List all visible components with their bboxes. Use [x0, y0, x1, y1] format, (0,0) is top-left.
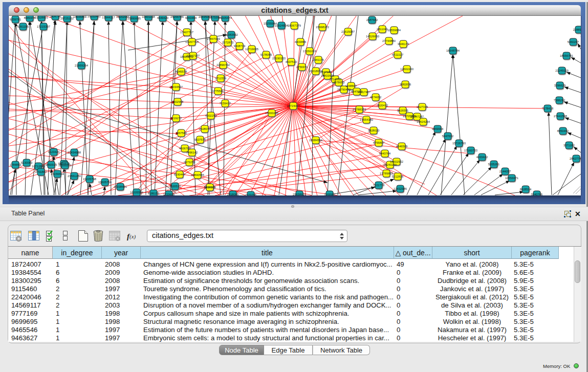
svg-text:20338491: 20338491	[114, 185, 127, 188]
svg-text:7496142: 7496142	[186, 151, 198, 154]
svg-text:6261195: 6261195	[17, 25, 29, 28]
svg-text:3302968: 3302968	[172, 100, 184, 103]
svg-text:5460207: 5460207	[568, 40, 579, 43]
svg-text:7159417: 7159417	[220, 102, 231, 105]
svg-text:23561280: 23561280	[68, 174, 81, 178]
svg-text:5540766: 5540766	[531, 193, 543, 195]
svg-text:12432985: 12432985	[394, 187, 407, 190]
svg-text:2372873: 2372873	[222, 41, 234, 44]
svg-text:15726793: 15726793	[452, 142, 466, 145]
svg-text:7388292: 7388292	[554, 99, 565, 102]
svg-text:3396629: 3396629	[554, 84, 566, 87]
svg-text:2288965: 2288965	[573, 28, 581, 31]
svg-text:11083592: 11083592	[225, 33, 237, 36]
svg-text:3646173: 3646173	[398, 42, 409, 46]
svg-text:25266786: 25266786	[170, 16, 184, 18]
svg-text:5047632: 5047632	[442, 135, 454, 138]
svg-text:29350492: 29350492	[88, 16, 101, 18]
svg-text:17500201: 17500201	[58, 164, 72, 167]
svg-text:19384554: 19384554	[309, 139, 323, 142]
svg-text:4637510: 4637510	[286, 60, 297, 63]
svg-text:21615087: 21615087	[341, 30, 355, 33]
svg-text:3571182: 3571182	[563, 144, 575, 147]
svg-text:19833505: 19833505	[321, 74, 334, 77]
svg-text:4978653: 4978653	[333, 81, 345, 84]
svg-text:4274652: 4274652	[370, 96, 382, 99]
svg-text:1723608: 1723608	[163, 193, 175, 195]
svg-text:2818085: 2818085	[227, 193, 239, 195]
svg-text:13944117: 13944117	[102, 16, 115, 19]
svg-text:1067560: 1067560	[176, 132, 187, 135]
svg-text:4302290: 4302290	[205, 114, 217, 117]
svg-text:29658616: 29658616	[293, 193, 306, 195]
svg-text:10556671: 10556671	[505, 177, 518, 180]
svg-text:2144057: 2144057	[499, 170, 511, 173]
svg-text:3828020: 3828020	[368, 129, 380, 132]
svg-text:2756971: 2756971	[296, 65, 308, 69]
svg-text:16648784: 16648784	[446, 49, 460, 52]
svg-text:10559684: 10559684	[387, 29, 401, 32]
svg-text:2028070: 2028070	[199, 127, 211, 130]
svg-text:28240200: 28240200	[383, 163, 397, 166]
svg-text:13267718: 13267718	[185, 40, 199, 43]
svg-text:22896702: 22896702	[216, 63, 230, 67]
svg-text:28847287: 28847287	[410, 115, 424, 118]
svg-text:27847093: 27847093	[207, 37, 220, 40]
svg-text:5212816: 5212816	[392, 175, 404, 178]
svg-text:15300295: 15300295	[265, 112, 278, 115]
svg-text:8483378: 8483378	[24, 16, 36, 19]
svg-text:14526650: 14526650	[366, 35, 379, 38]
svg-text:17160733: 17160733	[464, 149, 477, 152]
svg-text:19205798: 19205798	[83, 178, 96, 181]
svg-text:19424254: 19424254	[417, 120, 430, 123]
svg-text:9469994: 9469994	[432, 127, 444, 130]
svg-text:17407767: 17407767	[180, 31, 193, 34]
svg-text:2701887: 2701887	[35, 170, 47, 173]
svg-text:22328601: 22328601	[35, 16, 48, 19]
svg-text:10712843: 10712843	[32, 165, 45, 168]
svg-text:18724007: 18724007	[287, 104, 300, 107]
svg-text:1248807: 1248807	[345, 84, 357, 87]
svg-text:12602243: 12602243	[400, 68, 413, 71]
svg-text:4722227: 4722227	[392, 53, 404, 56]
svg-text:10401198: 10401198	[142, 16, 155, 18]
svg-text:1784853: 1784853	[10, 163, 21, 166]
svg-text:19605756: 19605756	[98, 181, 112, 184]
svg-text:1404796: 1404796	[50, 16, 61, 18]
svg-text:22190153: 22190153	[272, 57, 286, 60]
svg-text:18556781: 18556781	[560, 54, 573, 57]
svg-text:9860915: 9860915	[46, 163, 57, 166]
svg-text:8443764: 8443764	[379, 152, 391, 155]
svg-text:3426591: 3426591	[397, 109, 409, 112]
svg-text:4046509: 4046509	[396, 145, 408, 148]
svg-text:2687682: 2687682	[366, 18, 378, 21]
svg-text:15998172: 15998172	[316, 26, 329, 29]
svg-text:9123420: 9123420	[48, 150, 60, 154]
svg-text:1711539: 1711539	[215, 77, 226, 80]
svg-text:1219277: 1219277	[170, 117, 182, 120]
svg-text:4755807: 4755807	[373, 141, 385, 144]
svg-text:14217467: 14217467	[357, 91, 371, 94]
svg-text:7269987: 7269987	[324, 193, 336, 195]
svg-text:21959264: 21959264	[75, 64, 89, 67]
svg-text:2673259: 2673259	[184, 161, 195, 164]
svg-text:19005474: 19005474	[219, 16, 232, 19]
svg-text:8628514: 8628514	[520, 188, 532, 191]
svg-text:2341176: 2341176	[313, 58, 324, 61]
svg-text:9463464: 9463464	[185, 16, 197, 19]
svg-text:4606703: 4606703	[179, 147, 191, 150]
svg-text:9178055: 9178055	[260, 53, 272, 56]
svg-text:5205261: 5205261	[488, 163, 500, 166]
svg-text:3082836: 3082836	[400, 83, 411, 86]
svg-text:4649420: 4649420	[157, 16, 169, 19]
svg-text:2620510: 2620510	[169, 185, 181, 188]
svg-text:1775501: 1775501	[212, 90, 224, 93]
svg-text:16205584: 16205584	[130, 191, 144, 194]
svg-text:4433422: 4433422	[476, 156, 488, 159]
svg-text:4433886: 4433886	[295, 40, 307, 43]
svg-text:1619901: 1619901	[204, 186, 216, 189]
svg-text:17554380: 17554380	[360, 118, 373, 121]
svg-text:12719005: 12719005	[245, 48, 258, 51]
svg-text:26790402: 26790402	[337, 88, 351, 91]
svg-text:23034527: 23034527	[169, 85, 183, 89]
